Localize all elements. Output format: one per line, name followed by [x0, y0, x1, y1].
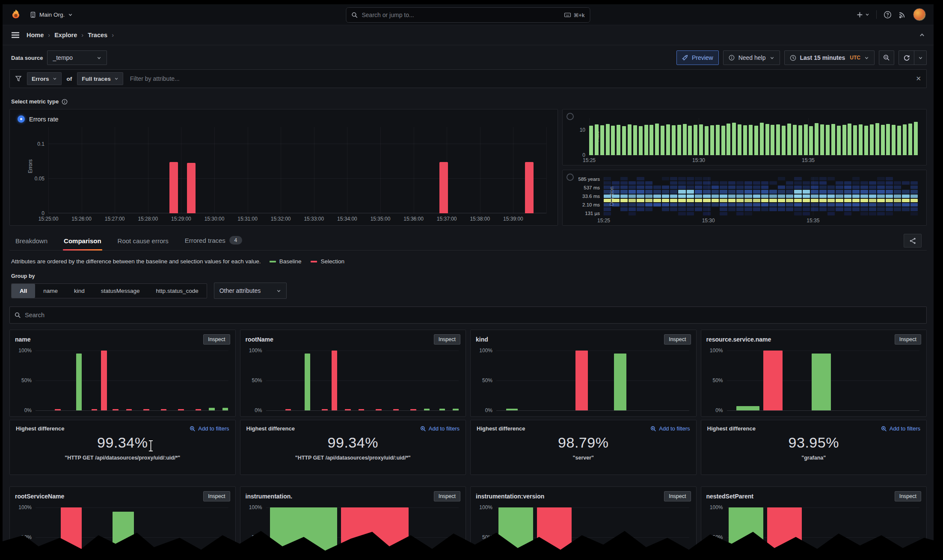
chevron-down-icon — [276, 289, 281, 293]
errors-rate-option[interactable]: Errors rate — [18, 115, 552, 123]
inspect-button[interactable]: Inspect — [664, 334, 691, 345]
help-icon[interactable] — [884, 11, 892, 19]
heatmap-cell — [910, 207, 918, 211]
inspect-button[interactable]: Inspect — [203, 491, 230, 501]
breadcrumb-item-home[interactable]: Home — [27, 32, 44, 38]
new-item-button[interactable] — [857, 12, 869, 18]
duration-heatmap[interactable]: Duration 585 years537 ms33.6 ms2.10 ms13… — [604, 177, 918, 216]
y-tick-label: 33.6 ms — [582, 194, 600, 199]
inspect-button[interactable]: Inspect — [664, 491, 691, 501]
radio-unselected-icon[interactable] — [566, 174, 574, 181]
breadcrumb-item-explore[interactable]: Explore — [54, 32, 77, 38]
bar-selection — [55, 409, 61, 410]
heatmap-cell — [687, 195, 694, 198]
highest-difference-label: Highest difference — [16, 425, 64, 432]
x-tick-label: 15:33:00 — [304, 216, 324, 222]
rate-chart[interactable]: Rate 010 — [589, 118, 918, 155]
group-by-option-name[interactable]: name — [35, 284, 66, 298]
filter-attribute-input[interactable]: Filter by attribute... — [130, 75, 180, 82]
rate-bar — [760, 123, 764, 155]
add-to-filters-button[interactable]: Add to filters — [420, 425, 460, 432]
user-avatar[interactable] — [913, 8, 926, 21]
heatmap-cell — [811, 199, 818, 202]
time-range-picker[interactable]: Last 15 minutes UTC — [784, 50, 875, 65]
gridline — [496, 380, 689, 381]
breadcrumb-item-traces[interactable]: Traces — [88, 32, 107, 38]
refresh-interval-dropdown[interactable] — [914, 50, 927, 65]
heatmap-cell — [902, 199, 909, 202]
heatmap-cell — [637, 199, 644, 202]
group-by-option-http.status_code[interactable]: http.status_code — [148, 284, 207, 298]
add-to-filters-button[interactable]: Add to filters — [650, 425, 690, 432]
rate-bar — [661, 126, 664, 155]
preview-button[interactable]: Preview — [676, 50, 719, 65]
group-by-option-kind[interactable]: kind — [66, 284, 93, 298]
inspect-button[interactable]: Inspect — [203, 334, 230, 345]
legend-item-baseline[interactable]: Baseline — [270, 258, 302, 265]
heatmap-cell — [612, 203, 619, 206]
close-icon[interactable]: ✕ — [916, 75, 921, 83]
group-by-option-all[interactable]: All — [12, 284, 35, 298]
gridline — [546, 127, 547, 213]
share-button[interactable] — [904, 234, 922, 248]
menu-icon[interactable] — [11, 32, 20, 38]
refresh-button[interactable] — [899, 50, 914, 65]
heatmap-cell — [761, 181, 768, 185]
heatmap-cell — [637, 203, 644, 206]
tab-errored-traces[interactable]: Errored traces4 — [184, 233, 243, 250]
tab-root-cause-errors[interactable]: Root cause errors — [117, 235, 169, 250]
group-by-option-statusmessage[interactable]: statusMessage — [93, 284, 148, 298]
heatmap-cell — [877, 212, 884, 215]
heatmap-cell — [860, 207, 868, 211]
inspect-button[interactable]: Inspect — [434, 491, 460, 501]
radio-selected-icon[interactable] — [18, 115, 25, 123]
news-rss-icon[interactable] — [899, 11, 906, 18]
zoom-out-button[interactable] — [879, 50, 894, 65]
x-tick-label: 15:30 — [692, 157, 705, 163]
filter-funnel-icon — [15, 76, 22, 82]
highest-difference-header: Highest differenceAdd to filters — [477, 425, 690, 432]
highest-difference-caption: "grafana" — [707, 455, 921, 461]
gridline — [115, 127, 115, 213]
heatmap-cell — [860, 186, 868, 189]
grafana-logo-icon[interactable] — [10, 9, 21, 20]
tab-label: Errored traces — [185, 237, 225, 244]
heatmap-cell — [720, 207, 727, 211]
breadcrumb-bar: Home›Explore›Traces› — [3, 25, 934, 45]
heatmap-cell — [910, 195, 918, 198]
global-search-input[interactable]: Search or jump to... ⌘+k — [346, 7, 590, 23]
tab-breakdown[interactable]: Breakdown — [15, 235, 48, 250]
radio-unselected-icon[interactable] — [566, 113, 574, 120]
other-attributes-dropdown[interactable]: Other attributes — [214, 283, 287, 299]
inspect-button[interactable]: Inspect — [895, 491, 921, 501]
datasource-picker[interactable]: _tempo — [47, 50, 107, 65]
errors-rate-chart[interactable]: Errors 00.050.1 — [48, 127, 546, 213]
heatmap-cell — [687, 207, 694, 211]
org-switcher[interactable]: Main Org. — [30, 12, 73, 18]
filter-target-dropdown[interactable]: Full traces — [77, 72, 123, 85]
need-help-button[interactable]: Need help — [723, 50, 780, 65]
tab-comparison[interactable]: Comparison — [63, 235, 102, 250]
heatmap-cell — [687, 177, 694, 180]
y-tick-label: 100% — [710, 504, 723, 510]
attribute-search-input[interactable]: Search — [9, 307, 927, 324]
chevron-down-icon — [770, 56, 774, 60]
inspect-button[interactable]: Inspect — [434, 334, 460, 345]
heatmap-cell — [811, 181, 818, 185]
heatmap-cell — [778, 203, 785, 206]
heatmap-cell — [703, 186, 710, 189]
chevron-up-icon[interactable] — [919, 32, 925, 38]
heatmap-cell — [612, 190, 619, 193]
heatmap-cell — [612, 195, 619, 198]
rate-bar — [721, 126, 725, 155]
add-to-filters-button[interactable]: Add to filters — [190, 425, 229, 432]
bar-baseline — [729, 507, 763, 557]
heatmap-cell — [670, 186, 677, 189]
heatmap-cell — [637, 195, 644, 198]
heatmap-cell — [819, 199, 827, 202]
add-to-filters-button[interactable]: Add to filters — [881, 425, 920, 432]
filter-scope-dropdown[interactable]: Errors — [27, 72, 62, 85]
rate-bar — [666, 124, 670, 155]
legend-item-selection[interactable]: Selection — [311, 258, 344, 265]
inspect-button[interactable]: Inspect — [895, 334, 921, 345]
